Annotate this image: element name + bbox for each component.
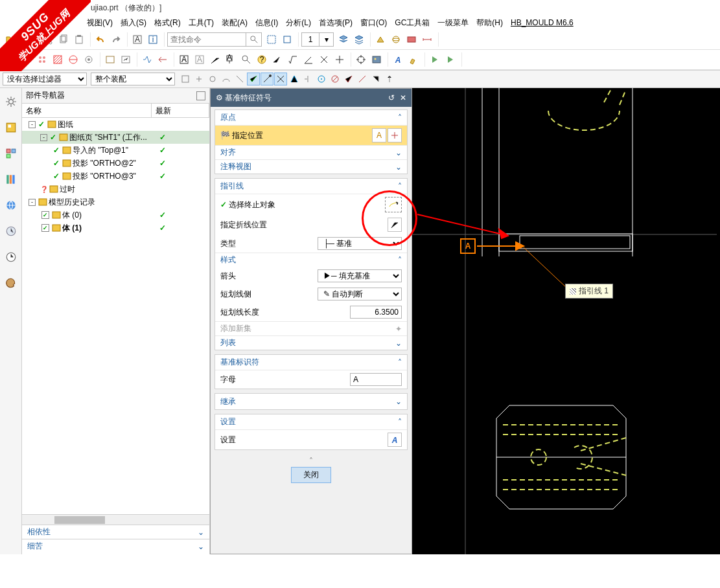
filter-mode-14-icon[interactable] (356, 73, 369, 85)
stub-length-input[interactable] (350, 306, 402, 319)
tree-row[interactable]: ✓体 (0)✓ (22, 209, 209, 221)
pin-icon[interactable] (196, 91, 205, 100)
group-datum-id[interactable]: 基准标识符˄ (215, 355, 407, 370)
arrowhead-select[interactable]: ▶─ 填充基准 (318, 269, 402, 282)
update-icon[interactable] (119, 52, 133, 67)
nav-section-dependency[interactable]: 相依性⌄ (22, 525, 209, 539)
search2-icon[interactable] (239, 52, 253, 67)
origin-mode-icon[interactable]: A (372, 128, 386, 142)
menu-insert[interactable]: 插入(S) (118, 16, 149, 30)
group-inherit[interactable]: 继承⌄ (215, 394, 407, 409)
tree-toggle[interactable]: - (40, 134, 47, 141)
group-origin[interactable]: 原点˄ (215, 110, 407, 126)
row-list[interactable]: 列表⌄ (215, 335, 407, 350)
tree-row[interactable]: -✓图纸页 "SHT1" (工作...✓ (22, 131, 209, 144)
symbol2-icon[interactable] (156, 52, 170, 67)
filter-mode-5-icon[interactable] (233, 73, 246, 85)
history-icon[interactable] (4, 224, 18, 238)
style-a-icon[interactable]: A (391, 52, 405, 67)
clock-icon[interactable] (4, 250, 18, 264)
row-specify-position[interactable]: 🏁 指定位置 A (215, 126, 407, 145)
tree-row[interactable]: ✓导入的 "Top@1"✓ (22, 144, 209, 157)
center-icon[interactable] (332, 52, 347, 67)
close-button[interactable]: 关闭 (291, 467, 331, 483)
datum-letter-input[interactable] (350, 373, 402, 386)
gear-icon[interactable] (4, 95, 18, 109)
menu-tools[interactable]: 工具(T) (186, 16, 216, 30)
tree-row[interactable]: -✓图纸 (22, 118, 209, 131)
tree-row[interactable]: ❓过时 (22, 183, 209, 196)
target-icon[interactable] (354, 52, 368, 67)
search-icon[interactable] (246, 33, 261, 46)
menu-assembly[interactable]: 装配(A) (219, 16, 250, 30)
stub-side-select[interactable]: ✎ 自动判断 (318, 288, 402, 300)
x-icon[interactable] (317, 52, 331, 67)
row-align[interactable]: 对齐⌄ (215, 145, 407, 159)
row-annotation-view[interactable]: 注释视图⌄ (215, 159, 407, 174)
menu-gctoolkit[interactable]: GC工具箱 (392, 16, 432, 30)
nav-h-scrollbar[interactable] (22, 514, 209, 525)
dim-icon[interactable] (420, 32, 434, 47)
tree-row[interactable]: -模型历史记录 (22, 196, 209, 209)
close-icon[interactable]: ✕ (400, 93, 406, 102)
filter-type-select[interactable]: 没有选择过滤器 (3, 73, 87, 85)
note-a2-icon[interactable]: A (192, 52, 207, 67)
tree-toggle[interactable]: - (29, 121, 36, 128)
weld-icon[interactable] (270, 52, 285, 67)
dialog-collapse-icon[interactable]: ˄ (215, 453, 408, 467)
filter-scope-select[interactable]: 整个装配 (91, 73, 175, 85)
reset-icon[interactable]: ↺ (388, 93, 395, 102)
checkbox-icon[interactable]: ✓ (41, 224, 49, 232)
help-icon[interactable]: ? (255, 52, 269, 67)
filter-mode-10-icon[interactable] (301, 73, 314, 85)
leader-icon[interactable] (208, 52, 222, 67)
group-settings[interactable]: 设置˄ (215, 414, 407, 430)
drawing-icon[interactable] (103, 52, 117, 67)
image-icon[interactable] (369, 52, 384, 67)
filter-mode-8-icon[interactable] (274, 73, 287, 85)
nav-icon[interactable] (4, 120, 18, 135)
tree-row[interactable]: ✓体 (1)✓ (22, 221, 209, 234)
books-icon[interactable] (4, 172, 18, 187)
dialog-titlebar[interactable]: ⚙ 基准特征符号 ↺ ✕ (211, 89, 412, 107)
col-latest[interactable]: 最新 (152, 104, 209, 117)
angle-icon[interactable] (301, 52, 316, 67)
shade-icon[interactable] (373, 32, 388, 47)
menu-preferences[interactable]: 首选项(P) (316, 16, 355, 30)
fit-icon[interactable] (264, 32, 279, 47)
tree-row[interactable]: ✓投影 "ORTHO@2"✓ (22, 157, 209, 170)
row-settings[interactable]: 设置 A (215, 430, 407, 449)
command-search[interactable] (167, 32, 262, 47)
menu-analysis[interactable]: 分析(L) (283, 16, 314, 30)
info-icon[interactable]: i (146, 32, 160, 47)
layer-icon[interactable] (336, 32, 351, 47)
filter-mode-7-icon[interactable] (261, 73, 273, 85)
play2-icon[interactable] (443, 52, 458, 67)
filter-mode-4-icon[interactable] (220, 73, 233, 85)
text-a-icon[interactable]: A (130, 32, 145, 47)
brush-icon[interactable] (406, 52, 421, 67)
menu-firstmenu[interactable]: 一级菜单 (435, 16, 471, 30)
wire-icon[interactable] (389, 32, 403, 47)
symbol1-icon[interactable] (140, 52, 154, 67)
dropdown-icon[interactable]: ▾ (319, 33, 333, 46)
nav-tree[interactable]: -✓图纸-✓图纸页 "SHT1" (工作...✓✓导入的 "Top@1"✓✓投影… (22, 118, 209, 514)
checkbox-icon[interactable]: ✓ (41, 211, 49, 219)
filter-mode-1-icon[interactable] (179, 73, 192, 85)
zoom-icon[interactable] (280, 32, 294, 47)
datum-icon[interactable]: A (224, 52, 238, 67)
filter-mode-3-icon[interactable] (206, 73, 219, 85)
filter-mode-13-icon[interactable] (342, 73, 355, 85)
play1-icon[interactable] (428, 52, 442, 67)
redo-icon[interactable] (109, 32, 123, 47)
menu-help[interactable]: 帮助(H) (474, 16, 505, 30)
menu-info[interactable]: 信息(I) (253, 16, 281, 30)
assembly-nav-icon[interactable] (4, 146, 18, 161)
globe-icon[interactable] (4, 198, 18, 212)
filter-mode-16-icon[interactable] (383, 73, 396, 85)
row-add-new-set[interactable]: 添加新集✦ (215, 321, 407, 335)
origin-point-icon[interactable] (388, 128, 402, 142)
palette-icon[interactable] (4, 276, 18, 290)
drawing-canvas[interactable]: A 指引线 1 (412, 88, 720, 554)
filter-mode-15-icon[interactable] (369, 73, 382, 85)
